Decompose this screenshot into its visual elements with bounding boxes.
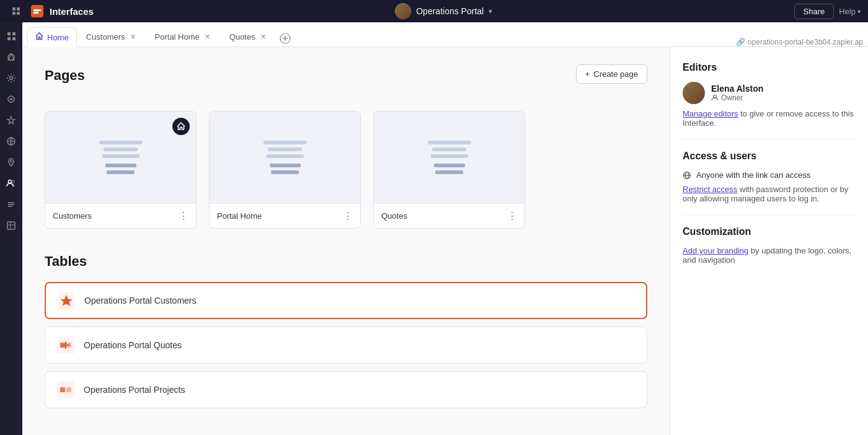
pages-title: Pages [45, 68, 85, 84]
sidebar-icon-list[interactable] [2, 196, 20, 213]
page-card-quotes-preview [374, 112, 525, 203]
page-card-quotes-menu[interactable]: ⋮ [507, 210, 517, 222]
tab-bar-url: 🔗 operations-portal-be3b04.zapier.ap [736, 38, 863, 46]
sidebar-icon-star[interactable] [2, 112, 20, 129]
tab-home[interactable]: Home [27, 27, 77, 47]
portal-chevron: ▾ [489, 7, 492, 15]
svg-point-16 [11, 160, 12, 162]
page-card-customers-menu[interactable]: ⋮ [179, 210, 188, 222]
table-item-quotes[interactable]: Operations Portal Quotes [45, 327, 647, 364]
svg-point-17 [9, 180, 12, 183]
sidebar-icon-location[interactable] [2, 154, 20, 171]
svg-rect-1 [17, 7, 20, 11]
table-item-projects[interactable]: Operations Portal Projects [45, 371, 647, 408]
page-card-portal-home-name: Portal Home [217, 211, 262, 221]
page-card-quotes[interactable]: Quotes ⋮ [373, 111, 525, 229]
tables-title: Tables [45, 253, 647, 270]
sidebar-icon-gear[interactable] [2, 69, 20, 87]
tab-customers[interactable]: Customers ✕ [78, 27, 146, 46]
restrict-text-p: Restrict access with password protection… [683, 185, 856, 203]
page-card-customers-footer: Customers ⋮ [45, 203, 196, 228]
access-row: Anyone with the link can access [683, 170, 856, 180]
link-icon: 🔗 [736, 38, 745, 46]
sidebar-icon-paint[interactable] [2, 90, 20, 108]
table-item-customers[interactable]: Operations Portal Customers [45, 282, 647, 319]
access-title: Access & users [683, 151, 856, 162]
customers-preview-icon [99, 141, 143, 174]
add-tab-button[interactable] [277, 30, 293, 46]
divider-1 [683, 139, 856, 139]
svg-rect-22 [7, 222, 15, 229]
restrict-access-link[interactable]: Restrict access [683, 185, 737, 194]
right-sidebar: Editors Elena Alston Owner [670, 47, 868, 435]
svg-rect-8 [7, 37, 11, 40]
svg-rect-0 [12, 7, 16, 11]
share-button[interactable]: Share [794, 4, 835, 19]
branding-link[interactable]: Add your branding [683, 246, 748, 255]
portal-selector[interactable]: Operations Portal ▾ [395, 3, 492, 19]
tab-quotes-close[interactable]: ✕ [259, 33, 268, 42]
svg-rect-37 [60, 387, 65, 392]
tab-portal-home-label: Portal Home [155, 32, 200, 42]
home-icon[interactable] [7, 2, 25, 20]
sidebar-icon-grid[interactable] [2, 27, 20, 45]
tab-bar: Home Customers ✕ Portal Home ✕ Quotes ✕ [22, 22, 868, 47]
portal-avatar [395, 3, 411, 19]
svg-rect-3 [17, 12, 20, 15]
help-label: Help [839, 7, 856, 16]
create-page-plus: + [585, 69, 590, 79]
top-nav-right: Share Help ▾ [794, 4, 861, 19]
portal-name: Operations Portal [416, 6, 484, 16]
tab-portal-home-close[interactable]: ✕ [203, 33, 212, 42]
table-item-customers-name: Operations Portal Customers [84, 296, 197, 305]
page-card-portal-home[interactable]: Portal Home ⋮ [209, 111, 361, 229]
tabs-left: Home Customers ✕ Portal Home ✕ Quotes ✕ [27, 27, 293, 46]
page-card-quotes-name: Quotes [381, 211, 407, 221]
top-nav: Interfaces Operations Portal ▾ Share Hel… [0, 0, 868, 22]
svg-rect-35 [66, 343, 71, 348]
home-badge-customers [172, 118, 190, 135]
tab-customers-label: Customers [86, 32, 125, 42]
tab-customers-close[interactable]: ✕ [129, 33, 138, 42]
svg-rect-34 [60, 343, 65, 348]
sidebar-icon-shapes[interactable] [2, 48, 20, 66]
help-chevron: ▾ [857, 8, 861, 15]
tab-home-label: Home [47, 33, 69, 42]
top-nav-left: Interfaces [7, 2, 94, 20]
portal-home-preview-icon [264, 141, 307, 174]
page-card-quotes-footer: Quotes ⋮ [374, 203, 525, 228]
svg-point-14 [10, 98, 12, 100]
page-card-portal-home-menu[interactable]: ⋮ [343, 210, 353, 222]
divider-2 [683, 214, 856, 215]
editor-role-label: Owner [721, 94, 743, 102]
tables-section: Tables Operations Portal Customers [45, 253, 647, 408]
sidebar-icon-people[interactable] [2, 175, 20, 192]
page-card-customers-name: Customers [53, 211, 92, 221]
editor-name: Elena Alston [711, 84, 763, 94]
tab-portal-home[interactable]: Portal Home ✕ [147, 27, 220, 46]
manage-editors-link[interactable]: Manage editors [683, 109, 738, 118]
table-item-projects-name: Operations Portal Projects [84, 385, 185, 395]
pages-section-header: Pages + Create page [45, 64, 647, 99]
svg-rect-9 [12, 37, 16, 40]
editor-role: Owner [711, 94, 763, 102]
svg-rect-2 [12, 12, 16, 15]
sidebar-icon-globe[interactable] [2, 133, 20, 150]
editor-details: Elena Alston Owner [711, 84, 763, 102]
branding-text-p: Add your branding by updating the logo, … [683, 246, 856, 265]
sidebar-icon-table[interactable] [2, 217, 20, 234]
editor-info: Elena Alston Owner [683, 82, 856, 104]
svg-rect-36 [57, 381, 74, 398]
person-icon [711, 94, 719, 102]
page-card-customers-preview [45, 112, 196, 203]
center-content: Pages + Create page [22, 47, 670, 435]
page-card-customers[interactable]: Customers ⋮ [45, 111, 197, 229]
access-text: Anyone with the link can access [696, 170, 810, 180]
create-page-button[interactable]: + Create page [576, 64, 647, 84]
content-area: Home Customers ✕ Portal Home ✕ Quotes ✕ [22, 22, 868, 435]
help-button[interactable]: Help ▾ [839, 7, 861, 16]
quotes-preview-icon [428, 141, 471, 174]
zapier-icon-projects [56, 380, 75, 399]
tab-quotes[interactable]: Quotes ✕ [221, 27, 276, 46]
svg-rect-38 [66, 387, 71, 392]
